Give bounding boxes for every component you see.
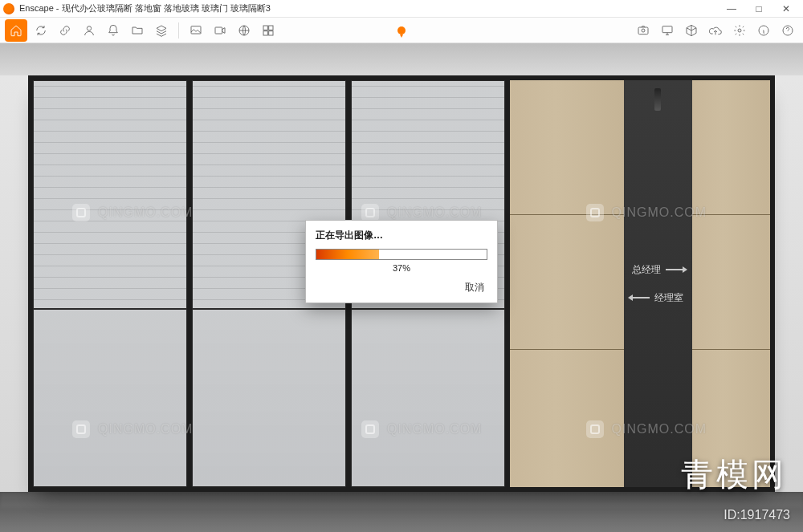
svg-rect-10 [662,26,672,32]
sign-text-2: 经理室 [654,291,683,305]
info-button[interactable] [753,20,774,41]
minimize-button[interactable]: — [718,0,745,18]
user-button[interactable] [79,20,100,41]
svg-rect-4 [263,26,267,30]
batch-export-icon [262,24,275,37]
dialog-title: 正在导出图像… [316,229,487,242]
toolbar-left-group [5,19,279,42]
monitor-button[interactable] [657,20,678,41]
cancel-button[interactable]: 取消 [462,279,487,296]
progress-percent-label: 37% [316,263,487,273]
scene-ceiling [0,43,803,75]
pano-export-icon [238,24,251,37]
brand-watermark: 青模网 [681,453,787,497]
monitor-icon [661,24,674,37]
svg-rect-2 [215,27,222,34]
render-viewport[interactable]: 总经理 经理室 QINGMO.COM QINGMO.COM QINGMO.COM… [0,43,803,532]
cube-icon [685,24,698,37]
bell-button[interactable] [103,20,124,41]
video-export-button[interactable] [210,20,230,41]
window-title: Enscape - 现代办公玻璃隔断 落地窗 落地玻璃 玻璃门 玻璃隔断3 [19,2,718,14]
export-progress-dialog: 正在导出图像… 37% 取消 [305,220,498,303]
home-button[interactable] [5,19,27,42]
svg-rect-7 [269,30,273,35]
dialog-actions: 取消 [316,279,487,296]
glass-panel-1 [33,80,187,487]
screenshot-icon [637,24,650,37]
link-button[interactable] [55,20,75,41]
sign-text-1: 总经理 [632,263,661,277]
progress-bar [316,249,487,260]
bell-icon [107,24,120,37]
layers-icon [155,24,168,37]
main-toolbar [0,18,803,43]
sync-button[interactable] [31,20,51,41]
home-icon [10,24,22,37]
svg-point-0 [87,26,91,30]
sync-icon [35,24,47,37]
svg-point-11 [738,29,741,32]
pano-export-button[interactable] [234,20,255,41]
image-export-icon [190,24,202,37]
cloud-upload-icon [709,24,722,37]
settings-button[interactable] [729,20,750,41]
video-export-icon [214,24,226,37]
sign-row-2: 经理室 [632,291,683,305]
toolbar-center-marker-icon [397,26,406,35]
close-button[interactable]: ✕ [772,0,800,18]
sign-row-1: 总经理 [632,263,683,277]
settings-icon [733,24,746,37]
toolbar-separator [178,22,179,39]
svg-rect-8 [638,27,648,35]
upload-button[interactable] [705,20,726,41]
app-icon [3,3,14,14]
window-titlebar: Enscape - 现代办公玻璃隔断 落地窗 落地玻璃 玻璃门 玻璃隔断3 — … [0,0,803,18]
asset-id: ID:1917473 [724,508,790,522]
help-button[interactable] [777,20,798,41]
door-area: 总经理 经理室 [510,80,770,487]
image-export-button[interactable] [185,20,206,41]
folder-button[interactable] [127,20,148,41]
arrow-left-icon [632,297,650,298]
batch-export-button[interactable] [258,20,279,41]
user-icon [83,24,96,37]
arrow-right-icon [666,269,683,270]
svg-rect-6 [263,30,267,35]
scene-floor [0,492,803,532]
wood-panel-left [510,80,625,487]
svg-rect-1 [191,26,201,33]
svg-point-9 [642,29,645,32]
toolbar-right-group [633,20,798,41]
link-icon [59,24,71,37]
signage-column: 总经理 经理室 [624,80,691,487]
help-icon [781,24,794,37]
cube-button[interactable] [681,20,702,41]
wood-panel-right [692,80,770,487]
asset-id-prefix: ID: [724,508,740,522]
progress-bar-fill [316,250,379,259]
info-icon [757,24,770,37]
folder-icon [131,24,144,37]
screenshot-button[interactable] [633,20,654,41]
maximize-button[interactable]: □ [745,0,772,18]
asset-id-value: 1917473 [740,508,790,522]
layers-button[interactable] [151,20,172,41]
svg-rect-5 [269,26,273,30]
window-controls: — □ ✕ [718,0,800,18]
